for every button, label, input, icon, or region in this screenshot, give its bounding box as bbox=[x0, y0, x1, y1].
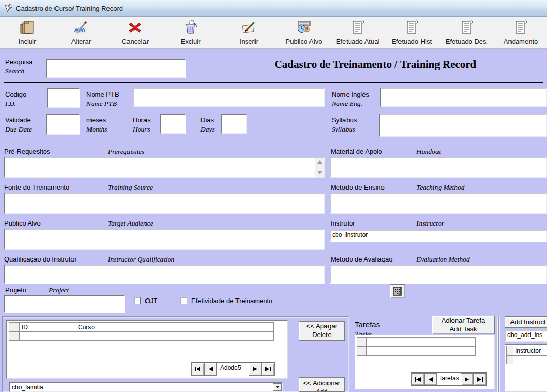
instructors-cell bbox=[513, 356, 547, 364]
instructors-col: Instructor bbox=[513, 346, 547, 356]
nav-prev-button[interactable] bbox=[204, 363, 217, 376]
fonte-treinamento-input[interactable] bbox=[4, 193, 325, 214]
nav-last-button[interactable] bbox=[262, 363, 275, 376]
horas-input[interactable] bbox=[160, 114, 185, 134]
scroll-icon bbox=[512, 18, 530, 37]
scroll-icon bbox=[403, 18, 421, 37]
pesquisa-input[interactable] bbox=[46, 59, 185, 78]
scroll-down-icon[interactable] bbox=[317, 171, 322, 174]
tasks-grid-row[interactable] bbox=[357, 347, 476, 356]
qualificacao-label-pt: Qualificação do Instrutor bbox=[4, 255, 77, 263]
pencil-scribble-icon bbox=[72, 18, 90, 37]
qualificacao-input[interactable] bbox=[4, 265, 325, 283]
meses-label-pt: meses bbox=[86, 116, 106, 124]
qualificacao-label-en: Instructor Qualification bbox=[108, 255, 174, 264]
familia-combo[interactable]: cbo_familia bbox=[9, 382, 283, 392]
projeto-label-pt: Projeto bbox=[5, 286, 26, 294]
add-course-button[interactable]: << Adicionar Add bbox=[299, 377, 345, 392]
familia-combo-value: cbo_familia bbox=[10, 383, 282, 392]
courses-col-curso: Curso bbox=[76, 323, 274, 332]
add-instructor-combo[interactable]: cbo_add_ins bbox=[505, 330, 547, 342]
toolbar-label: Andamento bbox=[497, 38, 545, 45]
nav-last-button[interactable] bbox=[473, 373, 486, 385]
chevron-down-icon[interactable] bbox=[273, 383, 282, 391]
ojt-checkbox[interactable] bbox=[134, 297, 141, 304]
nav-prev-button[interactable] bbox=[424, 373, 437, 385]
toolbar-label: Efetuado Des. bbox=[441, 38, 493, 45]
toolbar-separator bbox=[220, 38, 220, 61]
pre-requesitos-label-en: Prerequisites bbox=[108, 147, 144, 156]
material-apoio-label-pt: Material de Apoio bbox=[331, 147, 382, 155]
pen-note-icon bbox=[240, 18, 258, 37]
instructors-grid-row[interactable] bbox=[507, 356, 547, 364]
syllabus-input[interactable] bbox=[379, 114, 547, 137]
app-icon bbox=[4, 4, 13, 13]
efetividade-checkbox[interactable] bbox=[180, 297, 187, 304]
courses-cell-curso bbox=[76, 332, 274, 341]
publico-alvo-label-en: Target Audience bbox=[108, 219, 153, 228]
tasks-col-1 bbox=[367, 338, 393, 347]
projeto-input[interactable] bbox=[4, 295, 124, 312]
fonte-treinamento-label-pt: Fonte do Treinamento bbox=[4, 183, 69, 191]
dias-label-en: Days bbox=[200, 125, 215, 134]
delete-course-button[interactable]: << Apagar Delete bbox=[299, 321, 345, 341]
validade-input[interactable] bbox=[46, 114, 79, 135]
folders-icon bbox=[18, 18, 37, 37]
tarefas-label-pt: Tarefas bbox=[355, 320, 380, 329]
publico-alvo-input[interactable] bbox=[4, 229, 325, 250]
add-instructor-button[interactable]: Add Instruct bbox=[505, 316, 547, 328]
dias-input[interactable] bbox=[221, 114, 247, 134]
nome-ingles-input[interactable] bbox=[380, 88, 547, 107]
toolbar-button-alterar[interactable]: Alterar bbox=[58, 18, 105, 47]
courses-grid-row[interactable] bbox=[9, 332, 274, 341]
meses-label-en: Months bbox=[86, 125, 107, 134]
metodo-ensino-input[interactable] bbox=[330, 193, 547, 214]
row-selector-cell bbox=[357, 338, 367, 347]
nav-next-button[interactable] bbox=[461, 373, 473, 385]
dias-label-pt: Dias bbox=[200, 116, 214, 124]
courses-grid-panel[interactable]: ID Curso Adodc5 bbox=[6, 320, 288, 379]
material-apoio-input[interactable] bbox=[330, 157, 547, 178]
pesquisa-label-pt: Pesquisa bbox=[5, 58, 32, 66]
pre-requesitos-input[interactable] bbox=[4, 157, 325, 178]
horas-label-pt: Horas bbox=[133, 116, 151, 124]
vertical-scrollbar[interactable] bbox=[315, 158, 324, 177]
nav-first-button[interactable] bbox=[191, 363, 204, 376]
projeto-label-en: Project bbox=[49, 286, 69, 294]
toolbar-button-inserir[interactable]: Inserir bbox=[226, 18, 271, 47]
nome-ptb-label-pt: Nome PTB bbox=[86, 90, 119, 98]
metodo-avaliacao-label-en: Evaluation Method bbox=[416, 255, 470, 264]
toolbar-button-cancelar[interactable]: Cancelar bbox=[112, 18, 159, 47]
courses-grid-header-row: ID Curso bbox=[9, 323, 274, 332]
toolbar-button-publico-alvo[interactable]: Publico Alvo bbox=[279, 18, 329, 47]
nav-first-button[interactable] bbox=[411, 373, 424, 385]
toolbar-button-excluir[interactable]: Excluir bbox=[167, 18, 214, 47]
courses-col-id: ID bbox=[20, 323, 76, 332]
instructors-grid-panel[interactable]: Instructor bbox=[505, 344, 547, 392]
add-task-label-en: Add Task bbox=[432, 325, 494, 334]
toolbar-label: Cancelar bbox=[112, 38, 159, 45]
add-task-button[interactable]: Adionar Tarefa Add Task bbox=[432, 316, 495, 334]
scroll-up-icon[interactable] bbox=[317, 160, 322, 164]
nav-next-button[interactable] bbox=[249, 363, 262, 376]
keyboard-clock-icon bbox=[295, 18, 313, 37]
toolbar-button-efetuado-atual[interactable]: Efetuado Atual bbox=[332, 18, 384, 47]
toolbar-button-efetuado-hist[interactable]: Efetuado Hist bbox=[387, 18, 436, 47]
toolbar-button-efetuado-des[interactable]: Efetuado Des. bbox=[441, 18, 493, 47]
row-selector-cell bbox=[507, 346, 513, 356]
delete-course-label-pt: << Apagar bbox=[299, 322, 344, 331]
codigo-input[interactable] bbox=[47, 88, 79, 108]
pesquisa-label-en: Search bbox=[5, 67, 24, 76]
tasks-grid-panel[interactable]: tarefas bbox=[355, 335, 495, 389]
tasks-grid bbox=[357, 337, 476, 356]
instrutor-combo[interactable]: cbo_instrutor bbox=[330, 230, 547, 241]
toolbar-button-andamento[interactable]: Andamento bbox=[497, 18, 545, 47]
pre-requesitos-label-pt: Pré-Requesitos bbox=[4, 147, 50, 155]
metodo-avaliacao-input[interactable] bbox=[330, 265, 547, 283]
metodo-ensino-label-pt: Metodo de Ensino bbox=[331, 183, 385, 191]
nome-ptb-input[interactable] bbox=[133, 88, 325, 107]
window-titlebar[interactable]: Cadastro de Curso/ Training Record bbox=[0, 0, 547, 17]
datagrid-button[interactable] bbox=[390, 284, 405, 298]
nome-ingles-label-pt: Nome Inglês bbox=[332, 90, 369, 98]
toolbar-button-incluir[interactable]: Incluir bbox=[4, 18, 51, 47]
